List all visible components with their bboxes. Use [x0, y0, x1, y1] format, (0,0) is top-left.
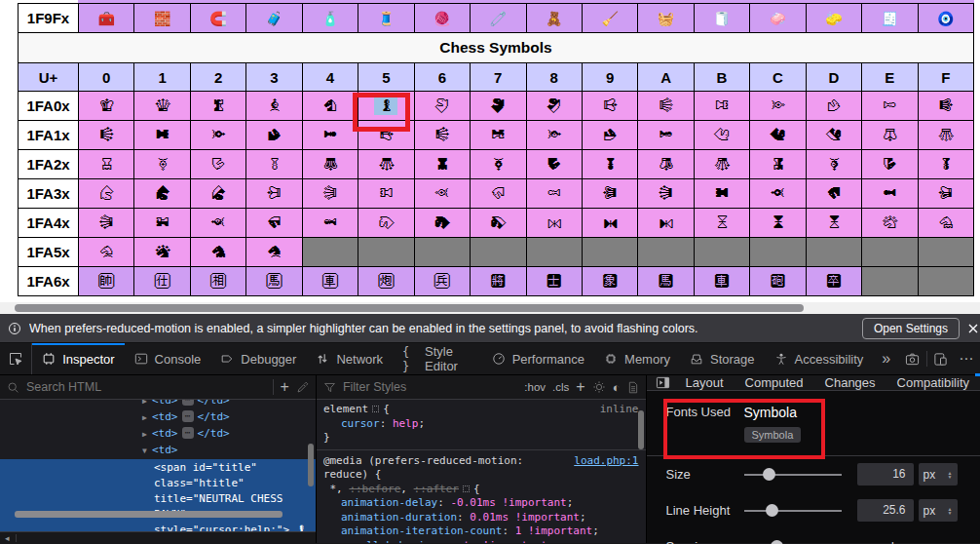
codepoint-cell: 🩉: [582, 209, 637, 238]
highlight-selector-icon[interactable]: [372, 406, 379, 412]
font-control-row: Line Height25.6px▲▼: [647, 492, 980, 528]
node-ellipsis-badge[interactable]: ⋯: [182, 427, 194, 439]
dark-theme-icon[interactable]: ◐: [613, 380, 621, 395]
light-theme-icon[interactable]: [592, 380, 606, 394]
column-header: 4: [302, 63, 358, 92]
codepoint-cell: 🨬: [750, 150, 806, 179]
font-size-slider[interactable]: [744, 468, 842, 482]
expand-arrow-icon[interactable]: ▶: [142, 410, 152, 426]
eyedropper-icon[interactable]: [296, 381, 309, 394]
class-toggle[interactable]: .cls: [552, 381, 569, 393]
css-declaration[interactable]: animation-duration: 0.01ms !important;: [323, 511, 639, 525]
debugger-icon: [220, 352, 234, 366]
pick-element-icon[interactable]: [0, 343, 32, 374]
tab-inspector[interactable]: Inspector: [32, 343, 124, 374]
font-unit-select[interactable]: px▲▼: [919, 499, 958, 522]
font-family-value: Symbola: [744, 405, 797, 420]
slider-thumb[interactable]: [763, 468, 775, 481]
markup-vertical-scrollbar[interactable]: [308, 444, 314, 486]
codepoint-cell: 🩓: [246, 238, 302, 267]
collapse-sidebar-icon[interactable]: [652, 375, 675, 390]
css-declaration[interactable]: animation-delay: -0.01ms !important;: [323, 496, 639, 511]
sidebar-tab-computed[interactable]: Computed: [735, 375, 814, 390]
font-unit-select[interactable]: px▲▼: [919, 463, 958, 486]
markup-horizontal-scrollbar[interactable]: [0, 511, 316, 519]
tab-network[interactable]: Network: [306, 343, 393, 374]
breadcrumb-bar[interactable]: ◂: [0, 531, 316, 543]
search-html-input[interactable]: Search HTML: [26, 380, 266, 394]
devtools-menu-icon[interactable]: ⋯: [954, 343, 980, 374]
column-header: 1: [134, 63, 190, 92]
page-horizontal-scrollbar[interactable]: [0, 302, 980, 314]
node-ellipsis-badge[interactable]: ⋯: [182, 400, 194, 406]
codepoint-cell: 🨙: [582, 121, 637, 150]
block-title: Chess Symbols: [19, 33, 974, 63]
inspected-glyph[interactable]: 🨅: [374, 97, 397, 115]
sidebar-tab-compatibility[interactable]: Compatibility: [886, 375, 980, 390]
sidebar-tab-changes[interactable]: Changes: [814, 375, 886, 390]
unicode-table: 1F9Fx🧰🧱🧲🧳🧴🧵🧶🧷🧸🧹🧺🧻🧼🧽🧾🧿Chess SymbolsU+0123…: [18, 3, 974, 296]
unassigned-cell: [471, 238, 526, 267]
node-ellipsis-badge[interactable]: ⋯: [182, 410, 194, 422]
css-declaration[interactable]: scroll-behavior: auto !important;: [323, 539, 639, 544]
tab-console[interactable]: Console: [125, 343, 211, 374]
sidebar-tab-layout[interactable]: Layout: [675, 375, 735, 390]
tab-memory[interactable]: Memory: [594, 343, 680, 374]
font-spacing-slider[interactable]: [744, 540, 842, 544]
expand-arrow-icon[interactable]: ▶: [142, 427, 152, 443]
collapse-arrow-icon[interactable]: ▼: [142, 444, 152, 459]
css-declaration[interactable]: cursor: help;: [323, 417, 639, 432]
tab-style-editor[interactable]: { }Style Editor: [393, 343, 482, 374]
filter-styles-input[interactable]: Filter Styles: [343, 380, 517, 394]
responsive-design-mode-icon[interactable]: [926, 343, 953, 374]
font-value-input[interactable]: 25.6: [857, 499, 914, 522]
add-rule-icon[interactable]: +: [576, 379, 584, 395]
tab-accessibility[interactable]: Accessibility: [765, 343, 874, 374]
tab-storage[interactable]: Storage: [680, 343, 765, 374]
font-family-chip[interactable]: Symbola: [744, 427, 802, 443]
tab-performance[interactable]: Performance: [482, 343, 594, 374]
stepper-arrows-icon[interactable]: ▲▼: [948, 471, 953, 479]
markup-node-expanded[interactable]: ▼<td>: [0, 443, 316, 459]
codepoint-cell: 🩁: [134, 209, 190, 238]
more-tabs-icon[interactable]: »: [873, 343, 899, 374]
property-name: animation-duration: [341, 511, 457, 524]
highlight-selector-icon[interactable]: [463, 486, 470, 492]
markup-node-collapsed[interactable]: ▶<td>⋯</td>: [0, 409, 316, 426]
codepoint-cell: 🨚: [638, 121, 694, 150]
page-horizontal-scrollbar-thumb[interactable]: [15, 304, 804, 312]
selector-text: *,: [323, 483, 350, 495]
css-declaration[interactable]: animation-iteration-count: 1 !important;: [323, 525, 639, 539]
pseudo-class-toggle[interactable]: :hov: [524, 381, 546, 393]
codepoint-cell: 🩆: [414, 209, 470, 238]
markup-node-collapsed[interactable]: ▶<td>⋯</td>: [0, 400, 316, 409]
codepoint-cell: 🨑: [134, 121, 190, 150]
slider-thumb[interactable]: [766, 504, 778, 517]
close-notification-icon[interactable]: [967, 323, 979, 334]
stylesheet-link[interactable]: load.php:1: [574, 454, 638, 469]
codepoint-cell: 🩩: [582, 267, 637, 296]
tab-debugger[interactable]: Debugger: [210, 343, 306, 374]
codepoint-cell: 🨂: [190, 92, 245, 121]
create-new-node-icon[interactable]: +: [281, 379, 289, 395]
breadcrumb-scroll-left-icon[interactable]: ◂: [5, 533, 10, 543]
selected-node[interactable]: <span id="title"class="htitle"title="NEU…: [0, 459, 316, 531]
codepoint-cell: 🨮: [862, 150, 918, 179]
codepoint-cell: 🩂: [190, 209, 245, 238]
rules-vertical-scrollbar[interactable]: [638, 410, 644, 449]
codepoint-cell: 🨗: [471, 121, 526, 150]
codepoint-cell: 🩏: [918, 209, 973, 238]
stepper-arrows-icon[interactable]: ▲▼: [948, 507, 953, 515]
font-control-label: Spacing: [666, 539, 744, 544]
expand-arrow-icon[interactable]: ▶: [142, 400, 152, 409]
open-settings-button[interactable]: Open Settings: [862, 318, 960, 339]
screenshot-icon[interactable]: [899, 343, 925, 374]
print-simulation-icon[interactable]: [627, 381, 639, 394]
font-line-height-slider[interactable]: [744, 504, 842, 518]
font-value-input[interactable]: 16: [857, 463, 914, 486]
css-rules: inlineelement{cursor: help;}load.php:1@m…: [317, 400, 646, 543]
markup-node-collapsed[interactable]: ▶<td>⋯</td>: [0, 426, 316, 443]
codepoint-cell: 🨄: [302, 92, 358, 121]
slider-thumb[interactable]: [771, 540, 783, 544]
codepoint-cell: 🨣: [246, 150, 302, 179]
